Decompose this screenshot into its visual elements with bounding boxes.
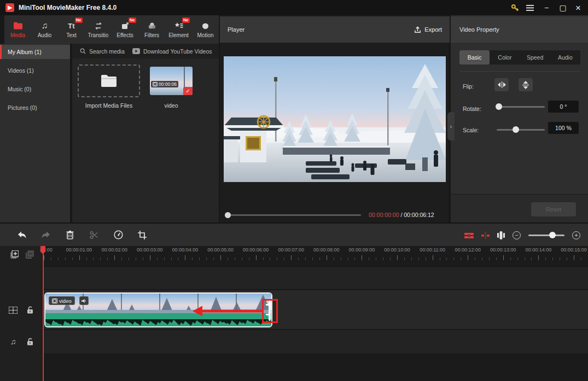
ruler-tick — [369, 257, 369, 260]
playhead[interactable] — [43, 246, 44, 381]
player-header: Player Export — [220, 16, 450, 43]
clip-audio-chip — [79, 296, 89, 305]
rotate-slider[interactable] — [497, 106, 545, 108]
tab-label: Transitio — [88, 32, 109, 38]
search-input[interactable]: Search media — [72, 48, 132, 55]
music-track-lock-button[interactable] — [25, 337, 35, 347]
maximize-button[interactable]: ▢ — [555, 0, 570, 15]
ruler-tick — [348, 257, 348, 260]
ruler-tick — [560, 257, 560, 260]
ruler-tick — [235, 257, 235, 260]
download-youtube-button[interactable]: Download YouTube Videos — [132, 48, 212, 55]
media-clip-thumbnail[interactable]: 00:00:06 ✓ — [150, 67, 193, 95]
maximize-icon: ▢ — [559, 4, 566, 11]
ruler-tick — [418, 257, 419, 260]
seek-row: 00:00:00:00 / 00:00:06:12 — [225, 211, 444, 219]
speed-icon — [114, 230, 123, 239]
flip-horizontal-icon — [498, 81, 506, 88]
player-panel: Player Export — [219, 15, 449, 222]
tab-label: Element — [168, 32, 189, 38]
ruler-tick — [114, 255, 115, 260]
flip-horizontal-button[interactable] — [494, 78, 509, 91]
clip-duration-badge: 00:00:06 — [151, 81, 178, 87]
tab-audio[interactable]: ♫ Audio — [31, 15, 58, 44]
rotate-slider-handle[interactable] — [496, 103, 502, 110]
tab-speed[interactable]: Speed — [520, 50, 550, 65]
fit-timeline-button[interactable] — [497, 231, 505, 239]
ruler-tick — [185, 255, 185, 260]
seek-slider[interactable] — [225, 214, 361, 216]
license-key-button[interactable] — [507, 0, 522, 15]
ruler-tick — [93, 257, 94, 260]
split-button[interactable] — [82, 228, 106, 242]
add-track-button[interactable] — [9, 249, 19, 259]
ruler-label: 00:00:15:00 — [561, 247, 587, 253]
zoom-in-button[interactable]: + — [572, 231, 580, 239]
sidebar-item-my-album[interactable]: My Album (1) — [0, 45, 70, 59]
ruler-tick — [552, 257, 553, 260]
scissors-icon — [90, 231, 98, 239]
sidebar-item-videos[interactable]: Videos (1) — [0, 63, 70, 78]
video-track-lock-button[interactable] — [25, 305, 35, 315]
scale-slider-handle[interactable] — [513, 126, 519, 133]
ruler-tick — [178, 257, 178, 260]
undo-button[interactable] — [10, 228, 34, 242]
zoom-slider-handle[interactable] — [549, 232, 556, 238]
ruler-tick — [107, 257, 108, 260]
remove-track-button[interactable] — [25, 249, 34, 259]
timeline-ruler[interactable]: 00:0000:00:01:0000:00:02:0000:00:03:0000… — [43, 246, 588, 261]
zoom-out-button[interactable]: − — [513, 231, 521, 239]
ruler-tick — [426, 257, 426, 260]
scale-slider[interactable] — [497, 129, 545, 131]
speed-button[interactable] — [106, 228, 130, 242]
tab-filters[interactable]: Filters — [138, 15, 165, 44]
export-icon — [414, 26, 421, 33]
media-library-sidebar: My Album (1) Videos (1) Music (0) Pictur… — [0, 44, 71, 222]
minimize-button[interactable]: − — [539, 0, 554, 15]
ruler-tick — [525, 257, 525, 260]
tab-motion[interactable]: Motion — [192, 15, 219, 44]
current-time: 00:00:00:00 — [369, 212, 399, 218]
crop-button[interactable] — [130, 228, 154, 242]
video-preview[interactable] — [224, 56, 446, 182]
ruler-tick — [581, 257, 581, 260]
timeline: ♫ 00:0000:00:01:0000:00:02:0000:00:03:00… — [0, 246, 588, 381]
tab-basic[interactable]: Basic — [459, 50, 490, 65]
music-track-row — [0, 330, 588, 354]
marker-button[interactable] — [481, 232, 490, 239]
ruler-tick — [79, 255, 80, 260]
tab-text[interactable]: Tt Ne Text — [58, 15, 85, 44]
tab-color[interactable]: Color — [490, 50, 520, 65]
divider — [459, 71, 580, 72]
tab-media[interactable]: Media — [4, 15, 31, 44]
rotate-value-box[interactable]: 0 ° — [548, 101, 579, 113]
redo-button[interactable] — [34, 228, 58, 242]
export-button[interactable]: Export — [414, 26, 442, 33]
seek-handle[interactable] — [225, 212, 231, 218]
sidebar-item-music[interactable]: Music (0) — [0, 82, 70, 96]
reset-button[interactable]: Reset — [531, 202, 576, 216]
ruler-tick — [312, 257, 313, 260]
tab-audio[interactable]: Audio — [550, 50, 580, 65]
snapshot-track-button[interactable] — [464, 232, 474, 239]
flip-vertical-button[interactable] — [519, 78, 533, 91]
unlock-icon — [27, 338, 33, 345]
tab-transition[interactable]: Transitio — [85, 15, 112, 44]
ruler-tick — [192, 257, 193, 260]
panel-collapse-button[interactable]: › — [447, 112, 455, 140]
timeline-zoom-slider[interactable] — [528, 235, 564, 236]
sidebar-item-pictures[interactable]: Pictures (0) — [0, 101, 70, 115]
ruler-tick — [383, 257, 383, 260]
tab-elements[interactable]: Ne Element — [165, 15, 192, 44]
delete-button[interactable] — [58, 228, 82, 242]
import-media-dropzone[interactable] — [78, 65, 140, 97]
ruler-tick — [461, 257, 461, 260]
annotation-arrow — [193, 305, 264, 317]
import-folder-icon — [101, 74, 117, 87]
ruler-tick — [44, 255, 44, 260]
main-menu-button[interactable] — [522, 0, 538, 15]
scale-value-box[interactable]: 100 % — [548, 122, 579, 134]
close-button[interactable]: × — [570, 0, 586, 15]
tab-effects[interactable]: Ne Effects — [112, 15, 138, 44]
close-icon: × — [575, 3, 581, 13]
